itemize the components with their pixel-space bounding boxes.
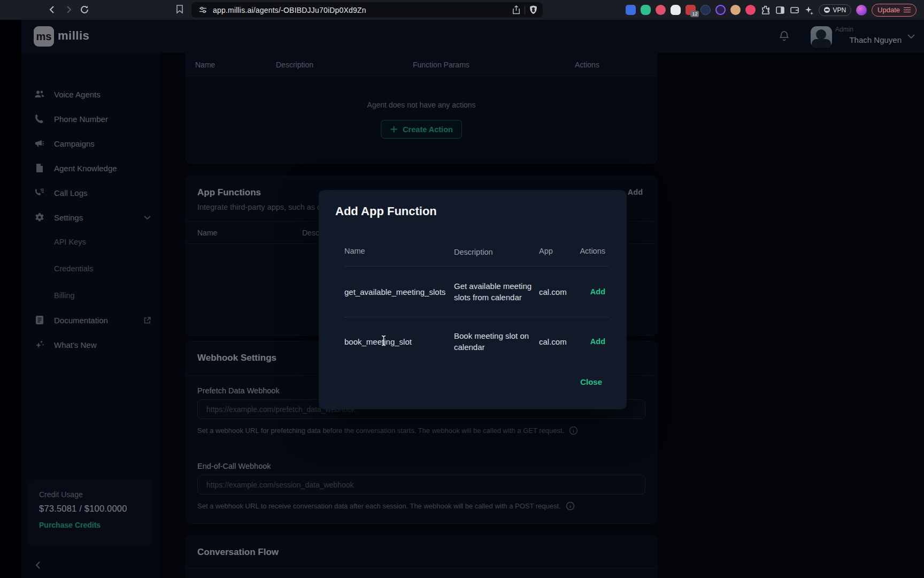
vpn-icon: [824, 7, 830, 13]
function-name: book_meeting_slot: [344, 337, 412, 346]
column-app: App: [539, 247, 553, 255]
extension-blocker-icon[interactable]: [700, 5, 711, 15]
share-icon[interactable]: [512, 5, 520, 14]
modal-title: Add App Function: [335, 204, 437, 218]
extension-red-t-icon[interactable]: [656, 5, 666, 15]
column-actions: Actions: [580, 247, 605, 255]
menu-icon: [904, 7, 911, 13]
update-button[interactable]: Update: [872, 4, 917, 17]
brave-shield-icon[interactable]: [529, 5, 537, 14]
function-description: Get available meeting slots from calenda…: [454, 280, 534, 303]
add-app-function-modal: Add App Function Name Description App Ac…: [319, 190, 627, 409]
back-icon[interactable]: [47, 4, 58, 15]
extension-green-icon[interactable]: [641, 5, 651, 15]
vpn-button[interactable]: VPN: [819, 4, 851, 16]
profile-avatar[interactable]: [856, 5, 867, 16]
reload-icon[interactable]: [79, 4, 90, 15]
extension-1password-icon[interactable]: 12: [686, 5, 696, 15]
site-settings-icon[interactable]: [198, 5, 207, 14]
extension-cloud-icon[interactable]: [671, 5, 681, 15]
function-name: get_available_meeting_slots: [344, 287, 445, 296]
extension-pink-icon[interactable]: [745, 5, 756, 15]
sidebar-toggle-icon[interactable]: [775, 5, 785, 15]
bookmark-icon[interactable]: [175, 4, 184, 14]
extensions-puzzle-icon[interactable]: [760, 5, 771, 15]
function-app: cal.com: [539, 337, 567, 346]
update-label: Update: [877, 6, 900, 14]
close-button[interactable]: Close: [580, 377, 602, 386]
browser-toolbar: app.millis.ai/agents/-OBIBDJJu70iDp0Xd9Z…: [0, 0, 924, 20]
modal-table-header: Name Description App Actions: [344, 244, 609, 267]
column-name: Name: [344, 247, 365, 255]
table-row: get_available_meeting_slots Get availabl…: [344, 267, 609, 317]
function-description: Book meeting slot on calendar: [454, 330, 534, 353]
divider: [525, 6, 525, 14]
url-bar[interactable]: app.millis.ai/agents/-OBIBDJJu70iDp0Xd9Z…: [191, 2, 543, 18]
forward-icon[interactable]: [63, 4, 74, 15]
extension-shield-icon[interactable]: [626, 5, 636, 15]
add-function-button[interactable]: Add: [590, 287, 605, 296]
vpn-label: VPN: [833, 6, 846, 14]
extension-badge: 12: [690, 11, 699, 17]
function-app: cal.com: [539, 287, 567, 296]
add-function-button[interactable]: Add: [590, 337, 605, 346]
leo-sparkle-icon[interactable]: [804, 5, 814, 15]
wallet-icon[interactable]: [790, 5, 799, 15]
text-cursor: [380, 335, 387, 346]
column-description: Description: [454, 247, 534, 258]
extension-row: 12 VPN Update: [626, 0, 917, 20]
url-text[interactable]: app.millis.ai/agents/-OBIBDJJu70iDp0Xd9Z…: [213, 6, 366, 14]
extension-purple-icon[interactable]: [715, 5, 726, 15]
modal-table: Name Description App Actions get_availab…: [344, 244, 609, 366]
extension-avatar-icon[interactable]: [730, 5, 741, 15]
